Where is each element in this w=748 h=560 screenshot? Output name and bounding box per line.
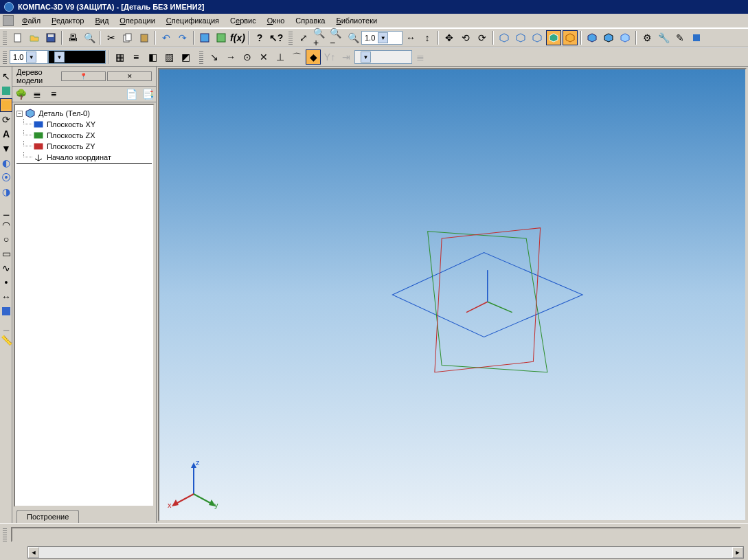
zoom-fit-button[interactable]: ⤢: [296, 30, 311, 45]
rotate-button[interactable]: ⟲: [458, 30, 473, 45]
undo-button[interactable]: ↶: [159, 30, 174, 45]
zoom-combo[interactable]: 1.0 ▼: [361, 31, 403, 45]
linewidth-combo[interactable]: 1.0 ▼: [10, 50, 48, 64]
perspective-button[interactable]: [617, 30, 633, 45]
fillet-tool[interactable]: ◐: [0, 156, 12, 170]
menu-operations[interactable]: Операции: [114, 15, 160, 26]
tree-item[interactable]: Плоскость ZY: [16, 141, 152, 152]
shade-edges-button[interactable]: [601, 30, 616, 45]
view-iso-button[interactable]: [497, 30, 512, 45]
snap-clear-button[interactable]: ≣: [413, 49, 428, 65]
dropdown-icon[interactable]: ▼: [378, 32, 388, 43]
shell-tool[interactable]: ◑: [0, 185, 12, 199]
axis-tool[interactable]: ⎯: [0, 319, 12, 333]
point-tool[interactable]: •: [0, 276, 12, 289]
text-tool[interactable]: A: [0, 127, 12, 141]
orbit-button[interactable]: ⟳: [475, 30, 490, 45]
zoom-out-button[interactable]: 🔍−: [329, 30, 344, 45]
snap-mid-button[interactable]: →: [223, 49, 238, 65]
snap-inter-button[interactable]: ✕: [256, 49, 271, 65]
expand-icon[interactable]: −: [16, 111, 23, 117]
plane-tool[interactable]: [0, 304, 12, 318]
tree-root-node[interactable]: − Деталь (Тел-0): [16, 108, 152, 119]
toolbar-grip[interactable]: [3, 50, 7, 64]
menu-help[interactable]: Справка: [290, 15, 330, 26]
extrude-tool[interactable]: [0, 98, 12, 112]
tool-properties-button[interactable]: [197, 30, 212, 45]
rect-tool[interactable]: ▭: [0, 247, 12, 260]
redo-button[interactable]: ↷: [175, 30, 190, 45]
view-hidden-button[interactable]: [563, 30, 578, 45]
model-tree[interactable]: − Деталь (Тел-0) Плоскость XY Плоскость …: [14, 104, 155, 507]
dropdown-icon[interactable]: ▼: [26, 52, 36, 63]
dropdown-icon[interactable]: ▼: [54, 52, 65, 63]
hole-tool[interactable]: ⦿: [0, 170, 12, 184]
measure-tool[interactable]: 📏: [0, 333, 12, 347]
toolbar-grip[interactable]: [288, 31, 293, 45]
print-button[interactable]: 🖶: [65, 30, 80, 45]
dim-tool[interactable]: ↔: [0, 290, 12, 304]
horizontal-scrollbar[interactable]: ◄ ►: [27, 546, 744, 559]
tree-expand-button[interactable]: 🌳: [14, 88, 27, 100]
linetype-button[interactable]: ≡: [128, 49, 144, 65]
cursor-tool[interactable]: ↖: [0, 69, 12, 83]
menu-specification[interactable]: Спецификация: [161, 15, 225, 26]
style-button[interactable]: ◧: [145, 49, 160, 65]
3d-viewport[interactable]: z x y: [158, 68, 747, 522]
system-menu-icon[interactable]: [3, 15, 14, 26]
copy-button[interactable]: [120, 30, 135, 45]
tree-item[interactable]: Плоскость XY: [16, 119, 152, 130]
tree-filter-button[interactable]: ≡: [47, 88, 60, 100]
new-button[interactable]: [10, 30, 25, 45]
menu-editor[interactable]: Редактор: [46, 15, 89, 26]
scroll-left-button[interactable]: ◄: [28, 547, 39, 558]
tree-up-button[interactable]: 📄: [124, 88, 138, 100]
zoom-window-button[interactable]: 🔍: [345, 30, 361, 45]
menu-file[interactable]: Файл: [16, 15, 46, 26]
tool-layers-button[interactable]: [214, 30, 229, 45]
tree-item[interactable]: Начало координат: [16, 152, 152, 164]
snap-node-button[interactable]: Y↑: [322, 49, 337, 65]
settings-button[interactable]: 🔧: [656, 30, 671, 45]
shade-button[interactable]: [585, 30, 600, 45]
cut-button[interactable]: ✂: [104, 30, 119, 45]
paste-button[interactable]: [137, 30, 152, 45]
toolbar-grip[interactable]: [3, 31, 7, 45]
stop-button[interactable]: [689, 30, 704, 45]
arc-tool[interactable]: ◠: [0, 218, 12, 232]
pattern-tool[interactable]: ▼: [0, 142, 12, 155]
circle-tool[interactable]: ○: [0, 232, 12, 246]
layer-button[interactable]: ▦: [112, 49, 127, 65]
zoom-in-button[interactable]: 🔍+: [313, 30, 328, 45]
help-button[interactable]: ?: [252, 30, 267, 45]
tree-down-button[interactable]: 📑: [141, 88, 155, 100]
tree-item[interactable]: Плоскость ZX: [16, 130, 152, 141]
close-icon[interactable]: ✕: [107, 71, 152, 81]
snap-ext-button[interactable]: ⇥: [339, 49, 354, 65]
variables-button[interactable]: f(x): [230, 30, 245, 45]
refresh-button[interactable]: ⚙: [639, 30, 655, 45]
context-help-button[interactable]: ↖?: [269, 30, 284, 45]
snap-combo[interactable]: ▼: [354, 50, 412, 64]
menu-window[interactable]: Окно: [262, 15, 291, 26]
spline-tool[interactable]: ∿: [0, 261, 12, 275]
save-button[interactable]: [43, 30, 58, 45]
zoom-next-button[interactable]: ↕: [420, 30, 435, 45]
sketch-tool[interactable]: [0, 84, 12, 98]
grid-button[interactable]: ▨: [161, 49, 177, 65]
menu-service[interactable]: Сервис: [225, 15, 262, 26]
color-combo[interactable]: ▼: [48, 50, 106, 64]
scroll-track[interactable]: [39, 547, 732, 558]
snap-end-button[interactable]: ↘: [207, 49, 222, 65]
command-input[interactable]: [11, 527, 741, 542]
pan-button[interactable]: ✥: [442, 30, 457, 45]
snap-tan-button[interactable]: ⌒: [289, 49, 304, 65]
toolbar-grip[interactable]: [199, 50, 203, 64]
view-top-button[interactable]: [530, 30, 545, 45]
scroll-right-button[interactable]: ►: [732, 547, 743, 558]
snap-button[interactable]: ◩: [178, 49, 193, 65]
snap-center-button[interactable]: ⊙: [240, 49, 255, 65]
dropdown-icon[interactable]: ▼: [361, 52, 371, 63]
menu-libraries[interactable]: Библиотеки: [330, 15, 383, 26]
zoom-prev-button[interactable]: ↔: [403, 30, 418, 45]
